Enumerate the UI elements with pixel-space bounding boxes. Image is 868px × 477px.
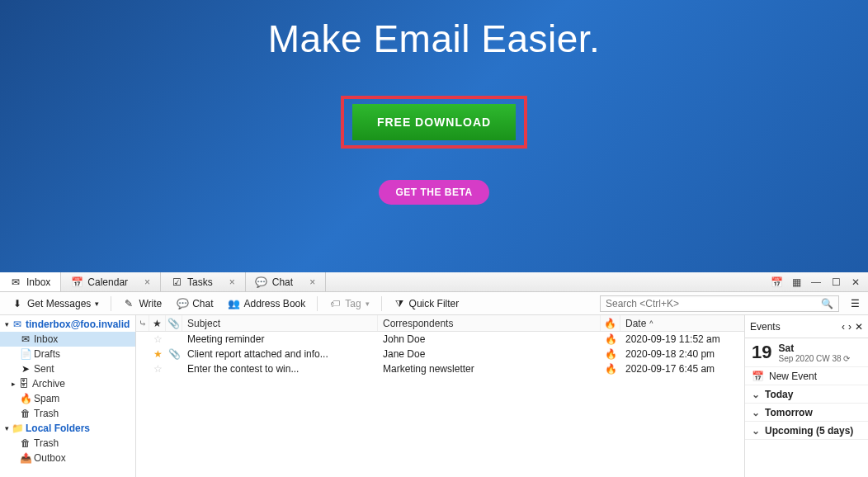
chevron-right-icon: ▸ <box>12 380 16 388</box>
tab-label: Tasks <box>187 276 213 288</box>
close-icon[interactable]: × <box>309 276 315 288</box>
window-maximize-icon[interactable]: ☐ <box>830 276 842 288</box>
folder-archive[interactable]: ▸ 🗄 Archive <box>0 376 135 391</box>
message-subject: Enter the contest to win... <box>182 361 378 376</box>
message-row[interactable]: ☆Meeting reminderJohn Doe🔥2020-09-19 11:… <box>136 332 744 347</box>
button-label: Address Book <box>244 298 306 309</box>
chevron-down-icon: ▾ <box>5 424 9 432</box>
get-beta-button[interactable]: GET THE BETA <box>379 180 488 205</box>
message-correspondent: John Doe <box>378 332 601 347</box>
chevron-down-icon: ⌄ <box>752 389 760 400</box>
account-row[interactable]: ▾ ✉ tinderbox@foo.invalid <box>0 317 135 332</box>
chevron-down-icon: ▾ <box>5 320 9 328</box>
star-column[interactable]: ★ <box>149 315 166 331</box>
search-input[interactable] <box>606 298 821 309</box>
new-event-button[interactable]: 📅 New Event <box>745 367 868 385</box>
message-list: ⤷ ★ 📎 Subject Correspondents 🔥 Date ^ ☆M… <box>136 315 744 477</box>
calendar-pane-icon[interactable]: 📅 <box>771 276 782 288</box>
address-book-button[interactable]: 👥 Address Book <box>222 295 313 312</box>
column-headers: ⤷ ★ 📎 Subject Correspondents 🔥 Date ^ <box>136 315 744 332</box>
thread-column[interactable]: ⤷ <box>136 315 149 331</box>
inbox-icon: ✉ <box>20 333 31 345</box>
tab-bar: ✉ Inbox 📅 Calendar × ☑ Tasks × 💬 Chat × … <box>0 272 868 292</box>
search-box[interactable]: 🔍 <box>600 295 839 312</box>
hero-title: Make Email Easier. <box>268 17 601 61</box>
events-close-button[interactable]: ✕ <box>855 321 863 333</box>
folder-icon: 📁 <box>12 423 23 434</box>
tag-icon: 🏷 <box>329 298 341 309</box>
attachment-column[interactable]: 📎 <box>166 315 182 331</box>
button-label: Chat <box>192 298 213 309</box>
search-icon: 🔍 <box>821 298 833 309</box>
priority-column[interactable]: 🔥 <box>601 315 620 331</box>
free-download-button[interactable]: FREE DOWNLOAD <box>352 104 516 140</box>
folder-drafts[interactable]: 📄 Drafts <box>0 347 135 361</box>
hero-banner: Make Email Easier. FREE DOWNLOAD GET THE… <box>0 0 868 272</box>
events-section-today[interactable]: ⌄ Today <box>745 385 868 404</box>
sent-icon: ➤ <box>20 363 31 375</box>
folder-sidebar: ▾ ✉ tinderbox@foo.invalid ✉ Inbox 📄 Draf… <box>0 315 136 477</box>
message-correspondent: Jane Doe <box>378 347 601 361</box>
tag-button[interactable]: 🏷 Tag ▾ <box>323 295 375 312</box>
chevron-down-icon: ▾ <box>95 300 99 308</box>
events-section-upcoming[interactable]: ⌄ Upcoming (5 days) <box>745 422 868 440</box>
tab-chat[interactable]: 💬 Chat × <box>246 272 326 291</box>
tasks-pane-icon[interactable]: ▦ <box>790 276 802 288</box>
events-section-tomorrow[interactable]: ⌄ Tomorrow <box>745 404 868 422</box>
get-messages-button[interactable]: ⬇ Get Messages ▾ <box>5 295 106 312</box>
message-subject: Meeting reminder <box>182 332 378 347</box>
events-prev-button[interactable]: ‹ <box>842 321 845 333</box>
pencil-icon: ✎ <box>123 298 134 309</box>
tab-label: Chat <box>272 276 293 288</box>
separator <box>317 296 318 311</box>
subject-column[interactable]: Subject <box>182 315 378 331</box>
message-row[interactable]: ★📎Client report attached and info...Jane… <box>136 347 744 361</box>
events-next-button[interactable]: › <box>848 321 851 333</box>
drafts-icon: 📄 <box>20 348 31 360</box>
message-correspondent: Marketing newsletter <box>378 361 601 376</box>
tab-label: Inbox <box>26 276 50 288</box>
hamburger-icon: ☰ <box>851 298 860 309</box>
star-icon[interactable]: ★ <box>153 348 163 360</box>
refresh-icon[interactable]: ⟳ <box>843 354 850 363</box>
window-minimize-icon[interactable]: — <box>810 276 822 288</box>
correspondents-column[interactable]: Correspondents <box>378 315 601 331</box>
tab-tasks[interactable]: ☑ Tasks × <box>161 272 246 291</box>
email-client: ✉ Inbox 📅 Calendar × ☑ Tasks × 💬 Chat × … <box>0 272 868 477</box>
date-column[interactable]: Date ^ <box>620 315 744 331</box>
menu-button[interactable]: ☰ <box>847 295 863 313</box>
outbox-icon: 📤 <box>20 452 31 464</box>
chat-button[interactable]: 💬 Chat <box>170 295 219 312</box>
close-icon[interactable]: × <box>229 276 235 288</box>
button-label: Write <box>139 298 162 309</box>
folder-inbox[interactable]: ✉ Inbox <box>0 332 135 347</box>
tab-calendar[interactable]: 📅 Calendar × <box>61 272 161 291</box>
trash-icon: 🗑 <box>20 408 31 419</box>
message-date: 2020-09-17 6:45 am <box>620 361 744 376</box>
priority-icon: 🔥 <box>605 363 617 375</box>
write-button[interactable]: ✎ Write <box>116 295 168 312</box>
chat-icon: 💬 <box>177 298 188 309</box>
close-icon[interactable]: × <box>144 276 150 288</box>
chat-icon: 💬 <box>256 276 267 288</box>
chevron-down-icon: ▾ <box>366 300 370 308</box>
folder-sent[interactable]: ➤ Sent <box>0 361 135 376</box>
events-current-date: 19 Sat Sep 2020 CW 38 ⟳ <box>745 338 868 367</box>
local-folders-label: Local Folders <box>26 423 90 434</box>
window-close-icon[interactable]: ✕ <box>850 276 861 288</box>
folder-trash[interactable]: 🗑 Trash <box>0 406 135 421</box>
star-icon[interactable]: ☆ <box>153 333 163 345</box>
trash-icon: 🗑 <box>20 437 31 449</box>
message-row[interactable]: ☆Enter the contest to win...Marketing ne… <box>136 361 744 376</box>
folder-spam[interactable]: 🔥 Spam <box>0 391 135 406</box>
folder-local-trash[interactable]: 🗑 Trash <box>0 436 135 451</box>
folder-outbox[interactable]: 📤 Outbox <box>0 451 135 465</box>
quick-filter-button[interactable]: ⧩ Quick Filter <box>387 295 466 312</box>
star-icon[interactable]: ☆ <box>153 363 163 375</box>
tasks-icon: ☑ <box>171 276 182 288</box>
priority-icon: 🔥 <box>605 348 617 360</box>
tab-inbox[interactable]: ✉ Inbox <box>0 272 61 291</box>
events-week-label: Sep 2020 CW 38 ⟳ <box>778 354 850 363</box>
local-folders-row[interactable]: ▾ 📁 Local Folders <box>0 421 135 436</box>
message-date: 2020-09-19 11:52 am <box>620 332 744 347</box>
